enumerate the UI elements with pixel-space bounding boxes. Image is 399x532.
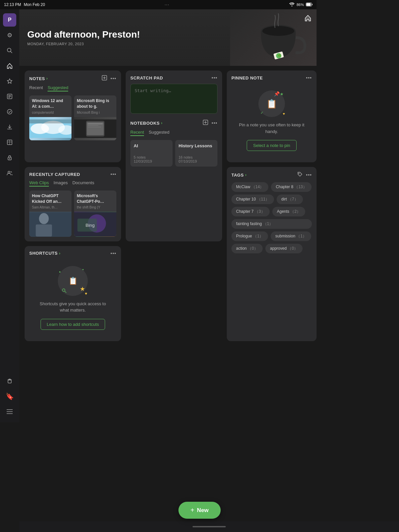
header-text: Good afternoon, Preston! MONDAY, FEBRUAR… xyxy=(27,9,140,66)
menu-icon[interactable] xyxy=(3,405,16,418)
notebooks-tab-recent[interactable]: Recent xyxy=(130,130,144,136)
lock-icon[interactable] xyxy=(3,151,16,164)
notebooks-menu-icon[interactable]: ••• xyxy=(211,120,217,126)
captured-menu-icon[interactable]: ••• xyxy=(110,172,116,177)
notebook-item-1[interactable]: AI 5 notes 12/03/2019 xyxy=(130,140,173,167)
note-item-2[interactable]: Microsoft Bing is about to g. Microsoft … xyxy=(74,95,116,140)
battery-percent: 86% xyxy=(297,3,304,7)
star-decoration: ★ xyxy=(280,92,284,96)
svg-rect-39 xyxy=(88,123,102,124)
tags-add-icon[interactable] xyxy=(297,172,303,178)
phone-image xyxy=(74,117,116,140)
notes-tab-suggested[interactable]: Suggested xyxy=(48,85,68,91)
captured-tab-webclips[interactable]: Web Clips xyxy=(29,180,49,187)
select-note-to-pin-button[interactable]: Select a note to pin xyxy=(247,140,296,151)
captured-item-1-source: Sam Altman, th… xyxy=(32,205,69,209)
notes-tab-recent[interactable]: Recent xyxy=(29,85,43,91)
notebooks-title: NOTEBOOKS › xyxy=(130,121,163,126)
home-icon[interactable] xyxy=(3,59,16,72)
tag-chapter10[interactable]: Chapter 10 （11） xyxy=(231,195,274,204)
notes-tabs: Recent Suggested xyxy=(29,85,116,91)
notebooks-new-icon[interactable] xyxy=(203,120,208,126)
captured-tab-images[interactable]: Images xyxy=(54,180,68,187)
svg-rect-19 xyxy=(8,380,11,383)
captured-grid: How ChatGPT Kicked Off an… Sam Altman, t… xyxy=(29,191,116,237)
captured-item-1[interactable]: How ChatGPT Kicked Off an… Sam Altman, t… xyxy=(29,191,71,237)
tags-menu-icon[interactable]: ••• xyxy=(306,172,312,178)
notes-new-icon[interactable] xyxy=(102,75,107,82)
pinned-note-menu-icon[interactable]: ••• xyxy=(306,75,312,80)
notes-list-icon[interactable] xyxy=(3,90,16,103)
svg-rect-1 xyxy=(312,4,312,5)
tag-fainting[interactable]: fainting fasting （1） xyxy=(231,219,312,229)
users-icon[interactable] xyxy=(3,166,16,180)
star-icon[interactable] xyxy=(3,74,16,88)
status-bar: 12:13 PM Mon Feb 20 ··· 86% xyxy=(0,0,317,9)
notebooks-tab-suggested[interactable]: Suggested xyxy=(149,130,169,136)
scratch-pad-menu-icon[interactable]: ••• xyxy=(211,75,217,80)
header-mug-image: 🌿 xyxy=(253,13,307,63)
bookmark-icon[interactable]: 🔖 xyxy=(3,390,16,403)
svg-point-10 xyxy=(7,109,12,114)
main-content: 🌿 Good afternoon, Preston! MONDAY, FEBRU… xyxy=(19,9,317,422)
pinned-note-icon: 📋 ★ ✓ ♥ 📌 xyxy=(258,90,285,117)
notebook-1-date: 12/03/2019 xyxy=(134,159,169,163)
check-icon[interactable] xyxy=(3,105,16,118)
note-item-1-text: Windows 12 and AI: a com… computerworld xyxy=(29,95,71,117)
notes-card-title: NOTES › xyxy=(29,76,48,81)
captured-item-2-source: the shift Bing (Y xyxy=(77,205,114,209)
tag-submission[interactable]: submission （1） xyxy=(271,231,311,241)
tag-approved[interactable]: approved （0） xyxy=(265,244,303,253)
settings-icon[interactable]: ⚙ xyxy=(3,29,16,42)
notes-card-header: NOTES › ••• xyxy=(29,75,116,82)
header-home-icon[interactable] xyxy=(303,13,313,23)
notebooks-header: NOTEBOOKS › ••• xyxy=(130,120,217,126)
pinned-note-body: 📋 ★ ✓ ♥ 📌 Pin a note you use often to ke… xyxy=(231,84,312,158)
tags-card: TAGS › ••• McClaw （14） Chapter 8 （13） Ch… xyxy=(227,167,317,341)
tag-prologue[interactable]: Prologue （1） xyxy=(231,231,268,241)
captured-tabs: Web Clips Images Documents xyxy=(29,180,116,187)
sidebar: P ⚙ 🔖 xyxy=(0,9,19,422)
add-shortcuts-button[interactable]: Learn how to add shortcuts xyxy=(41,319,105,330)
search-icon-shortcuts xyxy=(62,288,66,294)
captured-item-1-title: How ChatGPT Kicked Off an… xyxy=(32,193,69,204)
download-icon[interactable] xyxy=(3,120,16,134)
notes-menu-icon[interactable]: ••• xyxy=(110,76,116,81)
trash-icon[interactable] xyxy=(3,374,16,388)
captured-item-2-image: Bing xyxy=(74,212,116,237)
tag-chapter7[interactable]: Chapter 7 （3） xyxy=(231,207,270,216)
svg-rect-40 xyxy=(88,125,98,126)
clouds-image xyxy=(29,117,71,140)
note-item-1[interactable]: Windows 12 and AI: a com… computerworld xyxy=(29,95,71,140)
pinned-note-description: Pin a note you use often to keep it hand… xyxy=(237,122,307,135)
user-avatar[interactable]: P xyxy=(3,13,16,27)
notebook-item-2[interactable]: History Lessons 16 notes 07/10/2019 xyxy=(175,140,217,167)
content-grid: NOTES › ••• Recent Suggested Windows 12 … xyxy=(19,66,317,368)
captured-item-2[interactable]: Microsoft's ChatGPT-Po… the shift Bing (… xyxy=(74,191,116,237)
tag-chapter8[interactable]: Chapter 8 （13） xyxy=(271,182,311,192)
svg-line-55 xyxy=(65,291,66,293)
shortcuts-body: 📋 ★ ♥ ● Shortcuts give you quick access … xyxy=(29,259,116,336)
captured-item-1-text: How ChatGPT Kicked Off an… Sam Altman, t… xyxy=(29,191,71,212)
notebooks-arrow-icon: › xyxy=(161,121,163,125)
captured-tab-documents[interactable]: Documents xyxy=(72,180,94,187)
scratch-pad-input[interactable] xyxy=(130,84,217,114)
tag-mcclaw[interactable]: McClaw （14） xyxy=(231,182,268,192)
tag-action[interactable]: action （0） xyxy=(231,244,263,253)
notebooks-tabs: Recent Suggested xyxy=(130,130,217,136)
heart-icon-shortcuts: ♥ xyxy=(85,291,87,296)
svg-point-53 xyxy=(299,173,300,174)
svg-point-24 xyxy=(262,26,294,36)
tag-dirt[interactable]: dirt （7） xyxy=(277,195,303,204)
table-icon[interactable] xyxy=(3,136,16,149)
note-item-1-image xyxy=(29,117,71,140)
tag-agents[interactable]: Agents （2） xyxy=(272,207,305,216)
svg-rect-41 xyxy=(88,127,101,127)
recently-captured-card: RECENTLY CAPTURED ••• Web Clips Images D… xyxy=(25,167,121,241)
search-icon[interactable] xyxy=(3,44,16,57)
note-item-1-source: computerworld xyxy=(32,111,69,114)
svg-point-18 xyxy=(8,171,10,173)
captured-header: RECENTLY CAPTURED ••• xyxy=(29,172,116,177)
notebooks-grid: AI 5 notes 12/03/2019 History Lessons 16… xyxy=(130,140,217,167)
shortcuts-menu-icon[interactable]: ••• xyxy=(110,251,116,256)
